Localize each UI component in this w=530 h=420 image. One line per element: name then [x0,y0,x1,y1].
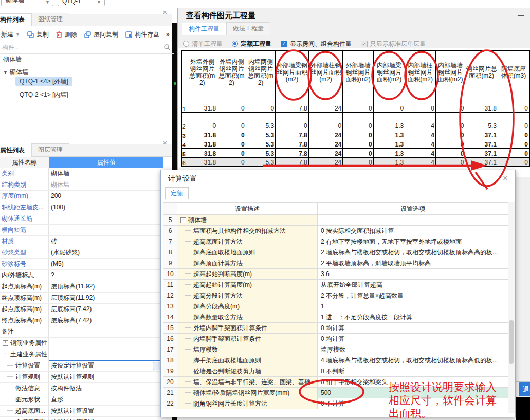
quantity-cell[interactable]: 0 [435,139,465,148]
setting-option[interactable]: 0 扣十字形相交梁和梁头 [318,377,508,388]
table-row[interactable]: 431.805.37.82401.34037.10 [182,139,529,148]
setting-row[interactable]: 22阴角钢丝网片长度计算方法0 不计算 [163,398,508,409]
quantity-cell[interactable]: 4 [405,130,436,139]
property-value[interactable]: 按构件做法 [49,383,163,394]
quantity-cell[interactable]: 0 [343,139,374,148]
quantity-cell[interactable]: 0 [276,112,309,130]
setting-option[interactable]: 0 不判断 [318,366,508,377]
quantity-cell[interactable]: 37.1 [465,130,498,139]
expand-plus-icon[interactable]: + [3,340,8,346]
quantity-cell[interactable]: 24 [308,95,342,112]
quantity-cell[interactable]: 5.3 [246,157,276,167]
property-row[interactable]: 起点顶标高(m)层顶标高(11.92) [0,281,163,293]
property-row[interactable]: 横向短筋 [0,225,163,236]
radio-list-quantity[interactable]: 清单工程量 [183,40,223,48]
tab-layer-management[interactable]: 图层管理 [31,143,69,156]
property-value[interactable]: 按默认计算规则 [49,372,163,382]
setting-description[interactable]: 阴角钢丝网片长度计算方法 [177,398,318,409]
quantity-cell[interactable]: 0 [435,95,465,112]
setting-description[interactable]: 超高起始判断高度(m) [177,269,318,280]
setting-option[interactable]: 0 均计算 [318,323,508,334]
quantity-cell[interactable]: 24 [308,157,342,167]
quantity-cell[interactable]: 0 [217,130,246,139]
quantity-cell[interactable]: 0 [343,112,374,130]
property-row[interactable]: 含模量系数按默认计算设置 [0,417,163,420]
property-row[interactable]: 备注 [0,326,163,338]
property-row[interactable]: +钢筋业务属性 [0,338,163,349]
setting-row[interactable]: 21砌体墙/轻质隔墙钢丝网片宽度(mm)500 [163,388,508,398]
property-value[interactable]: 200 [49,191,163,202]
property-row[interactable]: 计算规则按默认计算规则 [0,372,163,383]
quantity-cell[interactable]: 1.3 [373,148,405,157]
setting-option[interactable]: 2 不分段，计算总量×超高数量 [318,290,508,301]
setting-description[interactable]: 墙、保温墙与非平行梁、连梁、圈梁、基础... [177,377,318,388]
quantity-cell[interactable]: 24 [308,130,342,139]
tab-component-list[interactable]: 构件列表 [0,13,31,26]
quantity-cell[interactable]: 7.8 [276,148,309,157]
setting-description[interactable]: 外墙内脚手架面积计算条件 [177,323,318,334]
setting-option[interactable]: 2 平墙取墙顶标高，斜墙取墙顶平均标高 [318,258,508,269]
quantity-cell[interactable]: 4 [405,112,436,130]
collapse-minus-icon[interactable]: − [3,352,8,357]
property-row[interactable]: 内/外墙标志? [0,270,163,281]
property-value[interactable]: (100) [49,202,163,213]
setting-row[interactable]: 15外墙内脚手架面积计算条件0 均计算 [163,323,508,334]
setting-option[interactable]: 500 [318,388,508,398]
quantity-cell[interactable]: 0 [373,95,405,112]
quantity-cell[interactable]: 0 [343,95,374,112]
quantity-cell[interactable]: 5.3 [246,139,276,148]
quantity-cell[interactable]: 0 [498,112,529,130]
setting-option[interactable]: 0 不计算 [318,398,508,409]
setting-row[interactable]: 13超高分段高度(m)1 [163,301,508,312]
quantity-cell[interactable]: 7.8 [276,139,309,148]
quantity-cell[interactable]: 0 [343,130,374,139]
setting-row[interactable]: 8超高底面取楼地面原则2 墙底标高与楼板相交或相切，取相交或相切楼板顶标高高的板… [163,247,508,258]
tree-root-label[interactable]: 砌体墙 [3,55,22,64]
quantity-cell[interactable]: 4 [405,139,436,148]
quantity-cell[interactable]: 0 [435,112,465,130]
tab-property-list[interactable]: 属性列表 [0,144,31,157]
quantity-cell[interactable]: 5.3 [246,148,276,157]
setting-description[interactable]: 超高分段高度(m) [177,301,318,312]
setting-option[interactable]: 3.6 [318,269,508,280]
setting-option[interactable] [318,215,508,226]
property-value[interactable]: 层顶标高(11.92) [49,281,163,292]
quantity-cell[interactable]: 4 [405,157,436,167]
quantity-cell[interactable]: 7.8 [276,130,309,139]
setting-description[interactable]: 超高起始计算高度(m) [177,280,318,290]
setting-option[interactable]: 1 [318,301,508,312]
quantity-cell[interactable]: 31.8 [187,95,217,112]
quantity-cell[interactable]: 0 [498,95,529,112]
quantity-cell[interactable]: 37.1 [465,139,498,148]
property-value[interactable] [49,349,163,360]
property-row[interactable]: 计算设置按设定计算设置… [0,360,163,372]
setting-row[interactable]: 16内墙脚手架面积计算条件0 均计算 [163,334,508,344]
quantity-cell[interactable]: 0 [498,139,529,148]
setting-description[interactable]: 砼墙是否判断短肢剪力墙 [177,366,318,377]
quantity-cell[interactable]: 0 [187,112,217,130]
setting-description[interactable]: 脚手架底面取楼地面原则 [177,355,318,366]
setting-row[interactable]: 5−砌体墙 [163,215,508,226]
copy-button[interactable]: 复制 [27,30,49,39]
setting-option[interactable]: 4 墙底标高与楼板相交或相切，取相交或相切楼板顶标高低的板... [318,355,508,366]
setting-row[interactable]: 18脚手架底面取楼地面原则4 墙底标高与楼板相交或相切，取相交或相切楼板顶标高低… [163,355,508,366]
quantity-cell[interactable]: 7.8 [276,95,309,112]
setting-description[interactable]: 超高底面计算方法 [177,236,318,247]
scrollbar-thumb[interactable] [509,320,514,364]
setting-option[interactable]: 墙厚模数 [318,344,508,355]
property-value[interactable]: 砌体墙 [49,179,163,190]
settings-scrollbar[interactable] [508,202,515,413]
property-row[interactable]: 做法信息按构件做法 [0,383,163,394]
table-row[interactable]: 631.805.37.82401.34037.10 [182,157,529,167]
quantity-cell[interactable]: 5.3 [465,112,498,130]
property-row[interactable]: 终点顶标高(m)层顶标高(11.92) [0,293,163,304]
toolbar-more-button[interactable]: » [166,31,170,38]
quantity-cell[interactable]: 0 [217,95,246,112]
setting-row[interactable]: 10超高起始判断高度(m)3.6 [163,269,508,280]
quantity-cell[interactable]: 1.3 [373,112,405,130]
table-row[interactable]: 131.8007.824000031.80 [182,95,529,112]
setting-option[interactable]: 2 有地下室按楼地面，无地下室按室外地坪或楼地面 [318,236,508,247]
property-value[interactable]: (水泥砂浆) [49,247,163,258]
quantity-cell[interactable]: 24 [308,139,342,148]
setting-row[interactable]: 9超高顶面计算方法2 平墙取墙顶标高，斜墙取墙顶平均标高 [163,258,508,269]
